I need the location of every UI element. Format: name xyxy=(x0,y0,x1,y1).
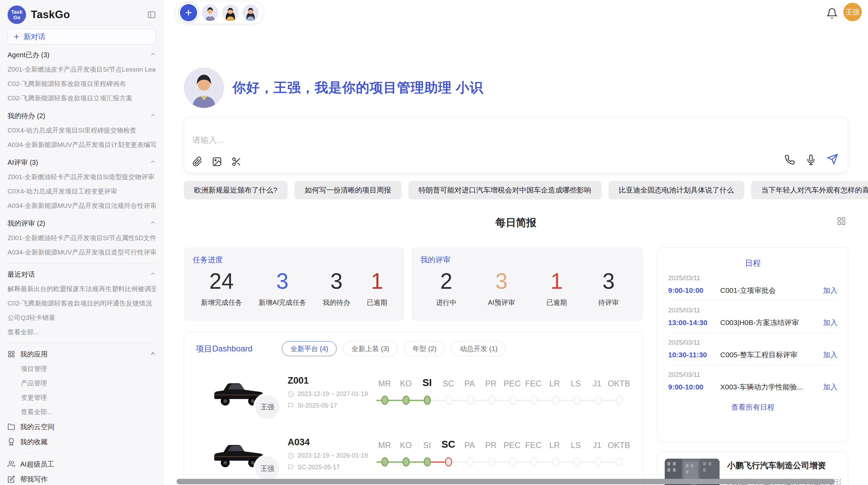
sidebar-task-item[interactable]: A034-全新新能源MUV产品开发项目造型可行性评审 xyxy=(8,245,156,260)
suggestion-chip[interactable]: 特朗普可能对进口汽车增税会对中国车企造成哪些影响 xyxy=(408,181,602,199)
project-row[interactable]: 王强 A034 2023-12-19 ~ 2026-01-19 SC-2025-… xyxy=(196,428,631,480)
filter-chip[interactable]: 年型 (2) xyxy=(404,341,445,356)
suggestion-chip[interactable]: 当下年轻人对汽车外观有怎样的喜好趋势 xyxy=(751,181,868,199)
sidebar-collapse-icon[interactable] xyxy=(147,10,156,19)
join-link[interactable]: 加入 xyxy=(823,286,837,295)
milestone-node xyxy=(481,393,502,408)
avatar[interactable] xyxy=(222,4,239,21)
plus-icon xyxy=(13,33,20,40)
sidebar-task-item[interactable]: Z001-全新燃油轻卡产品开发项目SI造型提交物评审 xyxy=(8,170,156,184)
user-avatar[interactable]: 王强 xyxy=(843,3,862,21)
sidebar-item-cloud-space[interactable]: 我的云空间 xyxy=(8,419,156,434)
milestone-label: FEC xyxy=(523,440,544,450)
sidebar-item-my-apps[interactable]: 我的应用 xyxy=(8,347,156,362)
add-session-button[interactable] xyxy=(180,4,197,21)
metric-value: 1 xyxy=(367,269,387,294)
horizontal-scrollbar[interactable] xyxy=(177,479,835,484)
suggestion-chip[interactable]: 比亚迪全固态电池计划具体说了什么 xyxy=(608,181,744,199)
suggestion-chips: 欧洲新规最近颁布了什么? 如何写一份清晰的项目周报 特朗普可能对进口汽车增税会对… xyxy=(184,181,848,199)
join-link[interactable]: 加入 xyxy=(823,350,837,360)
app-item-project-mgmt[interactable]: 项目管理 xyxy=(8,362,156,376)
milestone-label: KO xyxy=(395,379,417,388)
section-title: 我的评审 (2) xyxy=(8,219,45,228)
section-title: 最近对话 xyxy=(8,270,35,279)
milestone-node xyxy=(523,393,545,408)
project-row[interactable]: 王强 Z001 2023-12-19 ~ 2027-01-19 SI-2025-… xyxy=(196,366,631,418)
my-review-card: 我的评审 2 进行中 3 AI预评审 1 已逾期 3 待评审 xyxy=(411,247,643,321)
image-icon[interactable] xyxy=(212,157,222,167)
dashboard-filters: 全新平台 (4) 全新上装 (3) 年型 (2) 动总开发 (1) xyxy=(282,341,506,356)
app-item-view-all[interactable]: 查看全部... xyxy=(8,405,156,419)
project-flag-date: SC-2025-05-17 xyxy=(298,464,340,471)
milestone-node xyxy=(481,455,502,469)
metric: 24 新增完成任务 xyxy=(201,269,242,307)
filter-chip[interactable]: 全新上装 (3) xyxy=(343,341,398,356)
recent-chat-item-view-all[interactable]: 查看全部... xyxy=(8,325,156,339)
sidebar-task-item[interactable]: C02-飞腾新能源轻客改款项目立项汇报方案 xyxy=(8,91,156,105)
section-ai-review[interactable]: AI评审 (3) xyxy=(8,155,156,170)
sidebar-item-help-write[interactable]: 帮我写作 xyxy=(8,472,156,485)
chevron-up-icon xyxy=(150,159,156,166)
filter-chip[interactable]: 全新平台 (4) xyxy=(282,341,337,356)
layout-grid-icon[interactable] xyxy=(837,216,846,227)
view-all-schedule-link[interactable]: 查看所有日程 xyxy=(668,402,837,412)
paperclip-icon[interactable] xyxy=(192,157,203,167)
milestone-node xyxy=(566,393,587,408)
milestone-label: FEC xyxy=(523,379,544,388)
greeting-text: 你好，王强，我是你的项目管理助理 小识 xyxy=(232,78,483,97)
sidebar-task-item[interactable]: C02-飞腾新能源轻客改款项目里程碑画布 xyxy=(8,77,156,91)
join-link[interactable]: 加入 xyxy=(823,318,837,327)
divider xyxy=(8,263,156,263)
suggestion-chip[interactable]: 如何写一份清晰的项目周报 xyxy=(294,181,401,199)
apps-grid-icon xyxy=(8,350,15,358)
section-recent-chats[interactable]: 最近对话 xyxy=(8,267,156,282)
recent-chat-item[interactable]: 公司Q3轻卡销量 xyxy=(8,311,156,325)
folder-icon xyxy=(8,423,15,431)
metric: 3 待评审 xyxy=(598,269,619,307)
sidebar-header: Task Go TaskGo xyxy=(0,5,164,25)
milestone-label: SC xyxy=(438,439,459,450)
section-my-review[interactable]: 我的评审 (2) xyxy=(8,216,156,231)
sidebar-task-item[interactable]: Z001-全新燃油轻卡产品开发项目SI节点属性5D文件评审 xyxy=(8,231,156,245)
project-date-range: 2023-12-19 ~ 2026-01-19 xyxy=(298,452,368,459)
sidebar-task-item[interactable]: Z001-全新燃油皮卡产品开发项目SI节点Lesson Learn报告 xyxy=(8,62,156,77)
milestone-label: PA xyxy=(459,440,480,450)
phone-icon[interactable] xyxy=(784,154,795,165)
send-button[interactable] xyxy=(827,153,838,166)
section-agent-done[interactable]: Agent已办 (3) xyxy=(8,47,156,62)
scissors-icon[interactable] xyxy=(231,157,242,167)
sidebar-task-item[interactable]: A034-全新新能源MUV产品开发项目法规符合性评审 xyxy=(8,199,156,213)
recent-chat-item[interactable]: 解释最新出台的欧盟报废车法规再生塑料比例被调至15%... xyxy=(8,282,156,296)
filter-chip[interactable]: 动总开发 (1) xyxy=(451,341,506,356)
flag-icon xyxy=(288,464,294,471)
schedule-title: 日程 xyxy=(668,258,837,269)
metric-label: 已逾期 xyxy=(546,298,567,307)
schedule-date: 2025/03/11 xyxy=(668,339,837,346)
project-image: 王强 xyxy=(212,375,266,409)
milestone-label: KO xyxy=(395,440,417,450)
new-chat-button[interactable]: 新对话 xyxy=(8,29,156,45)
metric-label: 已逾期 xyxy=(367,298,387,307)
milestone-node xyxy=(609,455,630,469)
join-link[interactable]: 加入 xyxy=(823,382,837,392)
app-item-change-mgmt[interactable]: 变更管理 xyxy=(8,390,156,405)
sidebar-task-item[interactable]: C0X4-动力总成开发项目SI里程碑提交物检查 xyxy=(8,123,156,138)
microphone-icon[interactable] xyxy=(806,154,816,165)
metric-value: 2 xyxy=(436,269,457,294)
chat-input[interactable] xyxy=(192,135,604,145)
milestone-label: PEC xyxy=(502,379,523,388)
app-item-product-mgmt[interactable]: 产品管理 xyxy=(8,376,156,390)
recent-chat-item[interactable]: C02-飞腾新能源轻客改款项目的闭环通告反馈情况 xyxy=(8,296,156,311)
suggestion-chip[interactable]: 欧洲新规最近颁布了什么? xyxy=(184,181,288,199)
sidebar-item-favorites[interactable]: 我的收藏 xyxy=(8,434,156,449)
avatar[interactable] xyxy=(242,4,259,21)
section-my-todo[interactable]: 我的待办 (2) xyxy=(8,108,156,123)
sidebar-task-item[interactable]: C0X4-动力总成开发项目工程变更评审 xyxy=(8,184,156,199)
sidebar-item-ai-employee[interactable]: AI超级员工 xyxy=(8,457,156,472)
milestone-node xyxy=(588,455,609,469)
milestone-node xyxy=(395,393,417,408)
sidebar-task-item[interactable]: A034-全新新能源MUV产品开发项目计划变更表编写 xyxy=(8,138,156,152)
schedule-item: 2025/03/11 13:00-14:30 C003|H0B-方案冻结评审 加… xyxy=(668,301,837,333)
notification-bell-icon[interactable] xyxy=(826,8,838,19)
avatar[interactable] xyxy=(202,4,218,21)
